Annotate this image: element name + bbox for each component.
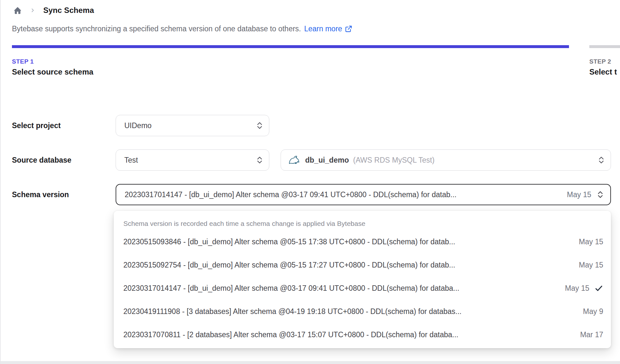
step-1-progress-bar xyxy=(12,45,569,48)
home-icon[interactable] xyxy=(13,6,22,15)
option-date: May 9 xyxy=(583,307,603,316)
option-date: May 15 xyxy=(565,284,589,293)
option-text: 20230515093846 - [db_ui_demo] Alter sche… xyxy=(123,238,572,246)
step-1-title: Select source schema xyxy=(12,67,569,77)
source-database-row: Source database Test xyxy=(12,149,620,171)
chevrons-up-down-icon xyxy=(256,121,263,130)
step-1-label: STEP 1 xyxy=(12,58,569,66)
database-name: db_ui_demo xyxy=(305,156,349,165)
option-date: May 15 xyxy=(579,261,603,269)
environment-select[interactable]: Test xyxy=(116,149,269,171)
schema-version-date: May 15 xyxy=(567,190,591,199)
select-project-row: Select project UIDemo xyxy=(12,115,620,136)
option-text: 20230515092754 - [db_ui_demo] Alter sche… xyxy=(123,261,572,269)
source-database-label: Source database xyxy=(12,156,116,165)
schema-version-dropdown: Schema version is recorded each time a s… xyxy=(114,211,611,348)
dropdown-hint-text: Schema version is recorded each time a s… xyxy=(114,211,611,230)
chevrons-up-down-icon xyxy=(597,190,604,199)
source-schema-form: Select project UIDemo Source database xyxy=(12,115,620,205)
schema-version-option[interactable]: 20230317014147 - [db_ui_demo] Alter sche… xyxy=(114,277,611,300)
external-link-icon xyxy=(345,25,352,33)
chevrons-up-down-icon xyxy=(256,156,263,164)
schema-version-option[interactable]: 20230515092754 - [db_ui_demo] Alter sche… xyxy=(114,253,611,277)
step-2-title: Select t xyxy=(589,67,620,77)
bottom-edge-strip xyxy=(1,361,620,364)
schema-version-label: Schema version xyxy=(12,190,116,199)
step-2-label: STEP 2 xyxy=(589,58,620,66)
page-title: Sync Schema xyxy=(43,6,94,15)
step-progress: STEP 1 Select source schema STEP 2 Selec… xyxy=(12,45,620,77)
database-select[interactable]: db_ui_demo (AWS RDS MySQL Test) xyxy=(281,149,611,171)
schema-version-value: 20230317014147 - [db_ui_demo] Alter sche… xyxy=(125,190,561,199)
schema-version-select[interactable]: 20230317014147 - [db_ui_demo] Alter sche… xyxy=(116,184,611,205)
step-2-progress-bar xyxy=(589,45,620,48)
step-1: STEP 1 Select source schema xyxy=(12,45,569,77)
mysql-dolphin-icon xyxy=(288,155,300,165)
option-text: 20230317070811 - [2 databases] Alter sch… xyxy=(123,330,573,339)
check-icon xyxy=(594,284,603,293)
description-text: Bytebase supports synchronizing a specif… xyxy=(12,25,301,33)
select-project-label: Select project xyxy=(12,121,116,130)
schema-version-option[interactable]: 20230317070811 - [2 databases] Alter sch… xyxy=(114,323,611,346)
breadcrumb: Sync Schema xyxy=(13,0,620,15)
learn-more-link[interactable]: Learn more xyxy=(304,25,352,33)
sync-schema-page: Sync Schema Bytebase supports synchroniz… xyxy=(0,0,620,364)
option-date: May 15 xyxy=(579,238,603,246)
learn-more-label: Learn more xyxy=(304,25,342,33)
option-text: 20230317014147 - [db_ui_demo] Alter sche… xyxy=(123,284,558,293)
step-2: STEP 2 Select t xyxy=(589,45,620,77)
project-select[interactable]: UIDemo xyxy=(116,115,269,136)
environment-select-value: Test xyxy=(124,156,138,165)
option-date: Mar 17 xyxy=(580,330,603,339)
chevron-right-icon xyxy=(30,8,35,13)
chevrons-up-down-icon xyxy=(598,156,605,164)
schema-version-option[interactable]: 20230515093846 - [db_ui_demo] Alter sche… xyxy=(114,230,611,253)
page-description: Bytebase supports synchronizing a specif… xyxy=(12,25,620,33)
schema-version-option[interactable]: 20230419111908 - [3 databases] Alter sch… xyxy=(114,300,611,323)
project-select-value: UIDemo xyxy=(124,121,151,130)
schema-version-row: Schema version 20230317014147 - [db_ui_d… xyxy=(12,184,620,205)
database-detail: (AWS RDS MySQL Test) xyxy=(353,156,434,165)
option-text: 20230419111908 - [3 databases] Alter sch… xyxy=(123,307,576,316)
